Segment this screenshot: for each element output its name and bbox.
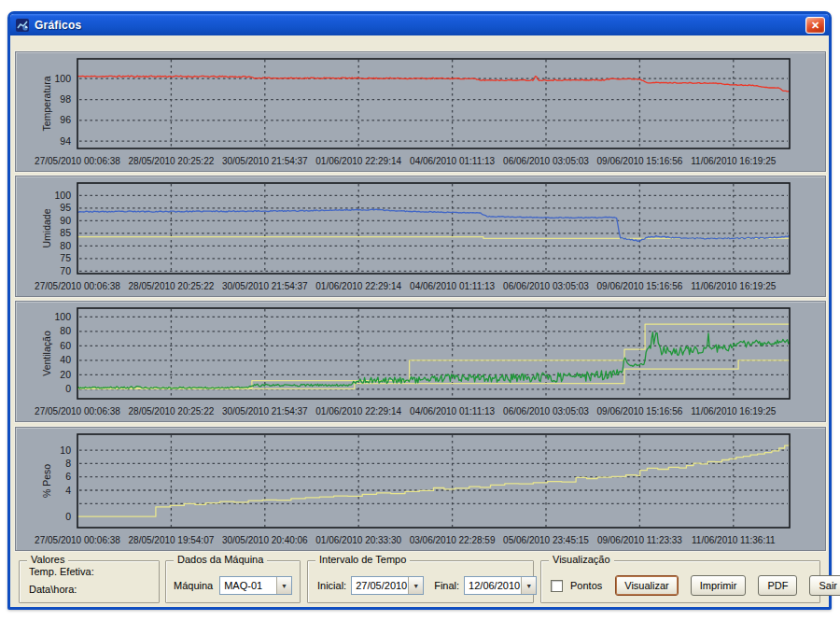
x-tick-label: 28/05/2010 20:25:22 [129, 156, 215, 166]
y-axis-title: Temperatura [41, 76, 52, 131]
y-tick-label: 0 [65, 383, 71, 394]
x-tick-label: 04/06/2010 01:11:13 [410, 406, 495, 416]
group-intervalo-title: Intervalo de Tempo [315, 554, 410, 565]
y-tick-label: 100 [54, 311, 71, 322]
x-tick-label: 06/06/2010 03:05:03 [503, 406, 589, 416]
y-tick-label: 94 [60, 135, 71, 147]
y-tick-label: 4 [65, 485, 71, 496]
group-visualizacao: Visualização Pontos Visualizar Imprimir … [540, 560, 820, 603]
x-tick-label: 27/05/2010 00:06:38 [35, 535, 120, 545]
y-tick-label: 80 [60, 325, 71, 336]
final-date-value: 12/06/2010 [465, 577, 521, 594]
close-button[interactable]: ✕ [805, 17, 825, 34]
window-title: Gráficos [35, 19, 81, 32]
x-tick-label: 01/06/2010 22:29:14 [315, 406, 401, 416]
x-tick-label: 09/06/2010 11:23:33 [597, 535, 682, 545]
x-tick-label: 11/06/2010 16:19:25 [691, 156, 776, 166]
x-tick-label: 27/05/2010 00:06:38 [35, 406, 120, 416]
y-tick-label: 60 [60, 340, 71, 351]
y-tick-label: 95 [60, 202, 71, 213]
y-tick-label: 90 [60, 215, 71, 226]
y-tick-label: 70 [60, 265, 71, 276]
plot-border [77, 183, 790, 274]
imprimir-button[interactable]: Imprimir [691, 575, 747, 596]
chart-panel-peso: 108640% Peso27/05/2010 00:06:3828/05/201… [15, 427, 826, 551]
inicial-date-select[interactable]: 27/05/2010 ▼ [351, 576, 424, 595]
chart-umidade: 100959085807570Umidade27/05/2010 00:06:3… [16, 176, 827, 298]
series-ventilacao-max-line [77, 324, 790, 388]
group-dados-maquina: Dados da Máquina Máquina MAQ-01 ▼ [165, 560, 301, 603]
page-background: Gráficos ✕ 100989694Temperatura27/05/201… [0, 0, 840, 635]
x-tick-label: 01/06/2010 22:29:14 [315, 281, 401, 291]
y-tick-label: 100 [54, 73, 71, 84]
app-icon [15, 18, 30, 33]
series-temperatura-line [77, 76, 790, 92]
x-tick-label: 11/06/2010 16:19:25 [691, 406, 776, 416]
pontos-label: Pontos [570, 580, 602, 591]
chart-ventilacao: 100806040200Ventilação27/05/2010 00:06:3… [16, 302, 827, 423]
y-axis-title: Ventilação [41, 331, 52, 376]
y-axis-title: % Peso [41, 464, 52, 498]
chart-peso: 108640% Peso27/05/2010 00:06:3828/05/201… [16, 428, 827, 552]
chart-panel-ventilacao: 100806040200Ventilação27/05/2010 00:06:3… [15, 301, 826, 422]
client-area: 100989694Temperatura27/05/2010 00:06:382… [10, 35, 829, 607]
maquina-value: MAQ-01 [220, 577, 276, 594]
maquina-select[interactable]: MAQ-01 ▼ [219, 576, 292, 595]
x-tick-label: 11/06/2010 11:36:11 [692, 535, 776, 545]
chart-panel-umidade: 100959085807570Umidade27/05/2010 00:06:3… [15, 176, 826, 297]
x-tick-label: 28/05/2010 20:25:22 [129, 406, 215, 416]
group-valores: Valores Temp. Efetiva: Data\hora: [19, 560, 160, 603]
y-tick-label: 75 [60, 252, 71, 263]
y-tick-label: 100 [54, 190, 71, 201]
data-hora-label: Data\hora: [29, 584, 77, 595]
x-tick-label: 30/05/2010 21:54:37 [222, 156, 308, 166]
y-tick-label: 6 [65, 471, 71, 482]
group-intervalo-tempo: Intervalo de Tempo Inicial: 27/05/2010 ▼… [307, 560, 534, 603]
final-date-select[interactable]: 12/06/2010 ▼ [464, 576, 537, 595]
series-peso-line [77, 443, 790, 517]
app-window: Gráficos ✕ 100989694Temperatura27/05/201… [7, 11, 832, 610]
inicial-date-value: 27/05/2010 [352, 577, 408, 594]
x-tick-label: 30/05/2010 20:40:06 [222, 535, 308, 545]
x-tick-label: 27/05/2010 00:06:38 [35, 281, 120, 291]
chart-temperatura: 100989694Temperatura27/05/2010 00:06:382… [16, 52, 827, 173]
y-tick-label: 85 [60, 227, 71, 238]
x-tick-label: 06/06/2010 03:05:03 [503, 156, 589, 166]
x-tick-label: 01/06/2010 22:29:14 [315, 156, 401, 166]
y-tick-label: 98 [60, 93, 71, 105]
y-tick-label: 80 [60, 240, 71, 251]
group-visualizacao-title: Visualização [549, 554, 614, 565]
y-tick-label: 10 [60, 444, 71, 456]
y-tick-label: 96 [60, 114, 71, 125]
x-tick-label: 04/06/2010 01:11:13 [410, 156, 495, 166]
temp-efetiva-label: Temp. Efetiva: [29, 566, 94, 577]
pontos-checkbox[interactable] [551, 580, 563, 592]
sair-button[interactable]: Sair [809, 575, 840, 596]
plot-border [77, 59, 790, 148]
x-tick-label: 09/06/2010 15:16:56 [597, 406, 683, 416]
x-tick-label: 06/06/2010 03:05:03 [503, 281, 589, 291]
chevron-down-icon[interactable]: ▼ [408, 577, 423, 594]
title-bar: Gráficos ✕ [10, 14, 829, 35]
x-tick-label: 11/06/2010 16:19:25 [691, 281, 776, 291]
pdf-button[interactable]: PDF [758, 575, 797, 596]
x-tick-label: 28/05/2010 20:25:22 [129, 281, 215, 291]
y-tick-label: 8 [65, 458, 71, 469]
chart-panel-temperatura: 100989694Temperatura27/05/2010 00:06:382… [15, 51, 826, 172]
y-tick-label: 0 [65, 511, 71, 522]
x-tick-label: 09/06/2010 15:16:56 [597, 281, 683, 291]
maquina-label: Máquina [174, 580, 213, 591]
final-label: Final: [434, 580, 459, 591]
y-axis-title: Umidade [41, 208, 52, 247]
y-tick-label: 20 [60, 369, 71, 380]
x-tick-label: 05/06/2010 23:45:15 [503, 535, 589, 545]
plot-border [77, 434, 790, 528]
chevron-down-icon[interactable]: ▼ [276, 577, 291, 594]
x-tick-label: 27/05/2010 00:06:38 [35, 156, 120, 166]
chevron-down-icon[interactable]: ▼ [521, 577, 536, 594]
y-tick-label: 40 [60, 354, 71, 365]
button-row: Visualizar Imprimir PDF Sair [615, 575, 840, 596]
visualizar-button[interactable]: Visualizar [615, 575, 679, 596]
x-tick-label: 30/05/2010 21:54:37 [222, 406, 308, 416]
x-tick-label: 30/05/2010 21:54:37 [222, 281, 308, 291]
